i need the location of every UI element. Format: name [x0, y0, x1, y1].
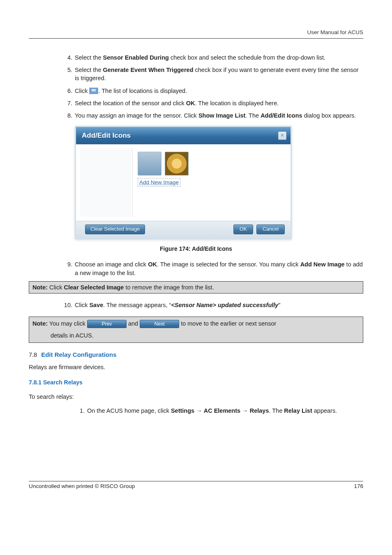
- dialog-footer: Clear Selected Image OK Cancel: [76, 221, 291, 238]
- step-4: Select the Sensor Enabled During check b…: [62, 53, 363, 62]
- clear-selected-image-button[interactable]: Clear Selected Image: [85, 224, 145, 234]
- cancel-button[interactable]: Cancel: [256, 224, 285, 234]
- close-icon[interactable]: ✕: [278, 132, 286, 140]
- dialog-body: Add New Image: [76, 144, 291, 221]
- step-8: You may assign an image for the sensor. …: [62, 111, 363, 120]
- dialog-left-panel: [80, 148, 133, 217]
- dialog-main-panel: Add New Image: [133, 148, 286, 217]
- page-footer: Uncontrolled when printed © RISCO Group …: [29, 481, 363, 490]
- ok-button[interactable]: OK: [233, 224, 253, 234]
- image-thumb-2[interactable]: [165, 152, 189, 176]
- footer-left: Uncontrolled when printed © RISCO Group: [29, 483, 135, 490]
- section-7-8-1-heading: 7.8.1 Search Relays: [29, 379, 363, 387]
- section-7-8-heading: 7.8Edit Relay Configurations: [29, 350, 363, 359]
- next-button[interactable]: Next: [140, 320, 179, 328]
- step-6: Click . The list of locations is display…: [62, 87, 363, 95]
- image-thumb-1[interactable]: [138, 152, 161, 176]
- step-7: Select the location of the sensor and cl…: [62, 99, 363, 107]
- note-clear-image: Note: Click Clear Selected Image to remo…: [29, 281, 363, 294]
- page-number: 176: [354, 483, 363, 490]
- relay-steps: On the ACUS home page, click Settings → …: [75, 407, 363, 415]
- section-7-8-1-intro: To search relays:: [29, 393, 363, 401]
- section-7-8-intro: Relays are firmware devices.: [29, 363, 363, 371]
- steps-9: Choose an image and click OK. The image …: [62, 260, 363, 277]
- step-5: Select the Generate Event When Triggered…: [62, 66, 363, 83]
- image-row: [138, 152, 281, 176]
- header-text: User Manual for ACUS: [307, 29, 363, 35]
- dialog-titlebar: Add/Edit Icons ✕: [76, 127, 291, 144]
- step-10: Click Save. The message appears, “<Senso…: [62, 301, 363, 309]
- note-label: Note:: [32, 320, 48, 327]
- page-content: Select the Sensor Enabled During check b…: [29, 53, 363, 415]
- steps-10: Click Save. The message appears, “<Senso…: [62, 301, 363, 309]
- note2-line2: details in ACUS.: [51, 331, 360, 341]
- steps-4-to-8: Select the Sensor Enabled During check b…: [62, 53, 363, 120]
- prev-button[interactable]: Prev: [87, 320, 127, 328]
- step-9: Choose an image and click OK. The image …: [62, 260, 363, 277]
- dialog-title: Add/Edit Icons: [82, 131, 131, 141]
- page-header: User Manual for ACUS: [29, 29, 363, 39]
- add-edit-icons-dialog: Add/Edit Icons ✕ Add New Image Clear Sel…: [75, 126, 292, 239]
- relay-step-1: On the ACUS home page, click Settings → …: [75, 407, 363, 415]
- figure-caption: Figure 174: Add/Edit Icons: [29, 245, 363, 253]
- add-new-image-link[interactable]: Add New Image: [138, 178, 180, 187]
- locations-list-icon: [89, 88, 98, 94]
- note-label: Note:: [32, 284, 48, 291]
- note-prev-next: Note: You may click Prev and Next to mov…: [29, 317, 363, 342]
